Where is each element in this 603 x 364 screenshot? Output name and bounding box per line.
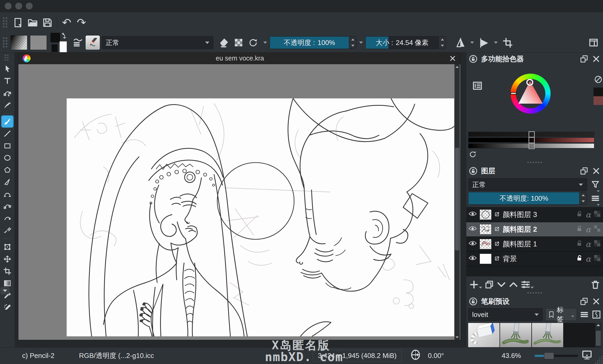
undo-button[interactable]: ↶ [59,15,74,30]
brush-size-slider[interactable]: 大小 : 24.54 像素 [365,36,446,49]
current-foreground-swatch[interactable] [594,88,603,96]
layer-row[interactable]: 背景 α [466,252,603,266]
toolbar-drag-handle[interactable] [2,17,11,29]
move-layer-down-button[interactable] [496,280,506,290]
brush-editor-button[interactable] [85,35,100,50]
layer-alpha-checker-icon[interactable] [594,254,601,264]
tool-freehand-path[interactable] [2,213,13,224]
tool-multibrush[interactable] [2,225,13,236]
color-profile-label[interactable]: RGB/透明度 (...2-g10.icc [79,351,154,360]
layer-row-selected[interactable]: 颜料图层 2 α [466,222,603,237]
panel-float-icon[interactable] [580,167,588,175]
canvas-vertical-scrollbar[interactable] [454,64,460,340]
layer-thumbnail[interactable] [480,224,492,235]
properties-options-arrow[interactable] [531,287,534,289]
color-selector-cursor[interactable] [526,79,533,86]
layer-alpha-checker-icon[interactable] [594,240,601,249]
document-close-icon[interactable] [449,55,456,62]
layer-menu-button[interactable] [590,194,601,203]
open-document-button[interactable] [25,15,40,30]
tool-move[interactable] [2,253,13,265]
tool-crop[interactable] [2,265,13,277]
scroll-up-arrow[interactable] [596,324,600,326]
panel-lock-icon[interactable] [469,297,477,306]
canvas-backdrop[interactable] [18,64,460,340]
layer-lock-icon[interactable] [576,210,583,219]
layer-opacity-slider[interactable]: 不透明度: 100% [468,192,587,205]
tool-smart-patch[interactable] [2,302,13,313]
gradient-chooser[interactable] [11,35,27,50]
fit-to-screen-icon[interactable] [581,349,592,362]
tool-rectangle[interactable] [2,140,13,151]
foreground-color-swatch[interactable] [51,33,60,42]
opacity-slider[interactable]: 不透明度 : 100% [270,36,357,49]
brush-settings-button[interactable] [71,35,85,50]
layer-visibility-icon[interactable] [468,240,477,248]
tool-select-shapes[interactable] [2,63,13,74]
selector-settings-icon[interactable] [472,80,483,93]
tool-bezier-curve[interactable] [2,200,13,212]
window-resize-grip[interactable] [595,356,602,363]
brush-preset-bristle-green-1[interactable] [500,323,531,347]
add-layer-options-arrow[interactable] [479,287,482,289]
shade-bar-2[interactable] [468,138,594,143]
save-document-button[interactable] [40,15,55,30]
tool-line[interactable] [2,128,13,139]
panel-float-icon[interactable] [580,297,588,306]
layer-alpha-label[interactable]: α [586,240,591,249]
shade-bar-1[interactable] [468,132,594,137]
tool-calligraphy[interactable] [2,99,13,111]
move-layer-up-button[interactable] [508,280,518,290]
duplicate-layer-button[interactable] [484,280,494,290]
dock-splitter[interactable] [466,160,603,165]
mirror-vertical-button[interactable] [453,35,468,50]
reload-preset-button[interactable] [246,35,261,50]
brush-preset-bristle-green-2[interactable] [532,323,563,347]
opacity-options-arrow[interactable] [359,42,363,44]
toolbar-drag-handle[interactable] [2,37,11,49]
delete-layer-button[interactable] [590,280,600,290]
layer-alpha-checker-icon[interactable] [594,210,601,219]
document-titlebar[interactable]: eu sem voce.kra [18,53,460,64]
layer-alpha-label[interactable]: α [586,210,591,219]
layer-thumbnail[interactable] [480,239,492,249]
brush-scroll-thumb[interactable] [596,331,601,346]
window-zoom-button[interactable] [26,3,33,9]
layer-thumbnail[interactable] [480,254,492,264]
zoom-slider-thumb[interactable] [544,352,554,359]
panel-close-icon[interactable] [592,55,600,63]
shade-handle[interactable] [528,143,535,149]
zoom-slider[interactable] [535,355,578,357]
foreground-background-colors[interactable] [51,33,67,52]
trim-to-image-button[interactable] [500,35,515,50]
canvas-rotation-icon[interactable] [410,349,421,362]
opacity-spin-buttons[interactable] [349,37,356,49]
add-layer-button[interactable] [469,280,482,290]
preserve-alpha-button[interactable] [231,35,246,50]
layer-filter-button[interactable] [590,180,601,189]
vertical-scroll-thumb[interactable] [455,148,459,250]
background-color-swatch[interactable] [60,41,67,52]
layer-alpha-checker-icon[interactable] [594,225,601,234]
mirror-vertical-options-arrow[interactable] [470,42,474,44]
panel-lock-icon[interactable] [469,167,477,175]
shade-handle[interactable] [528,131,535,138]
panel-close-icon[interactable] [592,297,600,306]
new-document-button[interactable] [11,15,25,30]
current-brush-name[interactable]: c) Pencil-2 [22,352,55,360]
tool-freehand-brush[interactable] [2,116,13,127]
rotation-value[interactable]: 0.00° [428,352,444,360]
layer-row[interactable]: 颜料图层 3 α [466,208,603,222]
panel-lock-icon[interactable] [469,55,477,63]
workspace-chooser-button[interactable] [586,35,601,50]
tag-button[interactable]: 标签 [545,308,577,321]
eraser-mode-button[interactable] [216,35,231,50]
window-close-button[interactable] [5,3,12,9]
panel-float-icon[interactable] [580,55,588,63]
tool-transform[interactable] [2,241,13,253]
layer-visibility-icon[interactable] [468,211,477,219]
zoom-value[interactable]: 43.6% [502,352,521,360]
layer-blend-mode-dropdown[interactable]: 正常 [468,178,587,191]
presets-view-menu-button[interactable] [580,310,589,319]
tool-polyline[interactable] [2,176,13,188]
